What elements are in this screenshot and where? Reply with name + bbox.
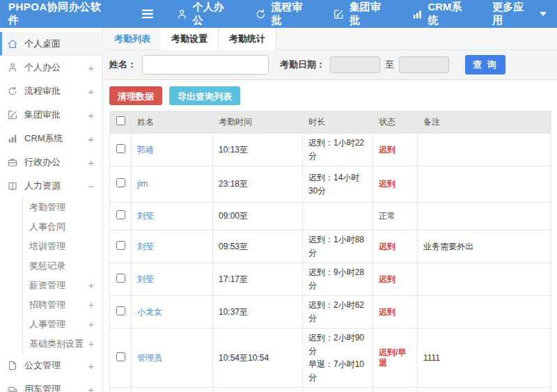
sidebar-item[interactable]: 公文管理+ [0,354,102,377]
plus-icon[interactable]: + [88,339,94,349]
sidebar-item[interactable]: 流程审批+ [0,79,102,103]
row-checkbox[interactable] [116,241,125,250]
minus-icon[interactable]: − [88,181,94,191]
row-checkbox-cell [110,203,132,230]
cell-status: 迟到 [373,166,418,203]
doc-icon [7,360,18,371]
cell-note: 1111 [418,329,551,388]
plus-icon[interactable]: + [88,384,94,392]
topnav-label: 集团审批 [350,1,391,27]
search-button[interactable]: 查 询 [465,55,505,75]
sidebar-subitem[interactable]: 薪资管理+ [23,276,102,295]
cell-status: 迟到 [373,230,418,263]
row-checkbox-cell [110,329,132,388]
cell-time: 09:00至 [213,203,303,230]
cell-name: jim [132,166,213,203]
sidebar-item[interactable]: 用车管理+ [0,377,102,392]
sidebar-item[interactable]: 集团审批+ [0,103,102,127]
sidebar-subitem[interactable]: 人事合同 [23,217,102,237]
topnav-item[interactable]: 个人办公 [166,0,244,28]
employee-name-link[interactable]: 郭靖 [137,145,154,155]
sidebar-item-label: 公文管理 [24,359,61,372]
sidebar-subitem[interactable]: 人事管理+ [23,315,102,334]
sidebar-item[interactable]: 个人办公+ [0,56,102,79]
topnav-item[interactable]: 流程审批 [244,0,323,28]
topnav-item[interactable]: CRM系统 [401,0,483,28]
row-checkbox[interactable] [116,306,125,315]
plus-icon[interactable]: + [88,110,94,120]
sidebar-item[interactable]: 行政办公+ [0,150,102,174]
tab-bar: 考勤列表考勤设置考勤统计 [104,28,557,50]
topnav-item[interactable]: 更多应用 [482,0,557,28]
date-to-input[interactable] [399,56,449,73]
plus-icon[interactable]: + [88,63,94,73]
employee-name-link[interactable]: 刘莹 [137,211,154,221]
plus-icon[interactable]: + [88,86,94,97]
duration-line: 迟到：2小时62分 [308,299,367,325]
employee-name-link[interactable]: jim [137,179,148,189]
menu-toggle-icon[interactable] [139,6,156,22]
date-from-input[interactable] [330,56,380,73]
sidebar-subitem[interactable]: 招聘管理+ [23,295,102,315]
tab-attendance-settings[interactable]: 考勤设置 [161,28,219,50]
sidebar-subitem[interactable]: 培训管理 [23,237,102,256]
row-checkbox-cell [110,230,132,263]
sidebar: 个人桌面个人办公+流程审批+集团审批+CRM系统+行政办公+人力资源−考勤管理人… [0,28,103,392]
row-checkbox-cell [110,296,132,329]
table-row: 刘莹09:00至正常 [110,203,551,230]
row-checkbox-cell [110,263,132,296]
cell-status: 迟到 [373,296,418,329]
chart-icon [411,8,423,20]
sidebar-item-label: 行政办公 [24,156,61,168]
row-checkbox[interactable] [116,178,125,187]
cell-note [418,388,551,392]
employee-name-link[interactable]: 管理员 [137,353,162,363]
cell-note [418,166,551,203]
toolbar: 清理数据 导出查询列表 [109,86,551,105]
employee-name-link[interactable]: 刘莹 [137,274,154,284]
home-icon [7,38,18,49]
name-input[interactable] [142,55,269,75]
plus-icon[interactable]: + [88,157,94,168]
cell-name: 管理员 [132,329,213,388]
row-checkbox[interactable] [116,210,125,219]
cell-note [418,296,551,329]
sidebar-item-label: 集团审批 [24,109,61,121]
cell-duration: 迟到：2小时90分早退：7小时10分 [303,329,373,388]
sidebar-item[interactable]: 个人桌面 [0,32,102,56]
clean-data-button[interactable]: 清理数据 [109,86,162,105]
sidebar-subitem-label: 人事管理 [29,318,65,331]
employee-name-link[interactable]: 刘莹 [137,242,154,251]
topnav-label: 流程审批 [271,1,312,27]
sidebar-item[interactable]: 人力资源− [0,174,102,198]
row-checkbox[interactable] [116,352,125,361]
content-area: 清理数据 导出查询列表 姓名考勤时间时长状态备注 郭靖10:13至迟到：1小时2… [104,80,557,392]
sidebar-item[interactable]: CRM系统+ [0,127,102,150]
cell-time: 10:54至10:54 [213,329,303,388]
filter-bar: 姓名： 考勤日期： 至 查 询 [104,50,557,80]
cell-name: 刘莹 [132,230,213,263]
row-checkbox[interactable] [116,274,125,283]
tab-attendance-list[interactable]: 考勤列表 [104,28,161,50]
sidebar-item-label: 用车管理 [24,383,61,392]
sidebar-subitem-label: 薪资管理 [29,279,65,292]
employee-name-link[interactable]: 小龙女 [137,307,162,317]
sidebar-subitem[interactable]: 奖惩记录 [23,256,102,276]
topnav-item[interactable]: 集团审批 [322,0,401,28]
sidebar-item-label: 人力资源 [24,180,61,192]
table-row: 刘莹09:53至迟到：1小时88分迟到业务需要外出 [110,230,551,263]
select-all-checkbox[interactable] [116,116,125,125]
plus-icon[interactable]: + [88,361,94,371]
book-icon [7,180,18,191]
row-checkbox[interactable] [116,144,125,153]
plus-icon[interactable]: + [88,281,94,290]
plus-icon[interactable]: + [88,300,94,310]
sidebar-subitem[interactable]: 考勤管理 [23,198,102,217]
export-list-button[interactable]: 导出查询列表 [169,86,240,105]
plus-icon[interactable]: + [88,320,94,329]
tab-attendance-stats[interactable]: 考勤统计 [219,28,276,50]
plus-icon[interactable]: + [88,134,94,144]
sidebar-subitem[interactable]: 基础类别设置+ [23,334,102,354]
cell-time: 09:53至 [213,230,303,263]
cell-name: 刘莹 [132,263,213,296]
